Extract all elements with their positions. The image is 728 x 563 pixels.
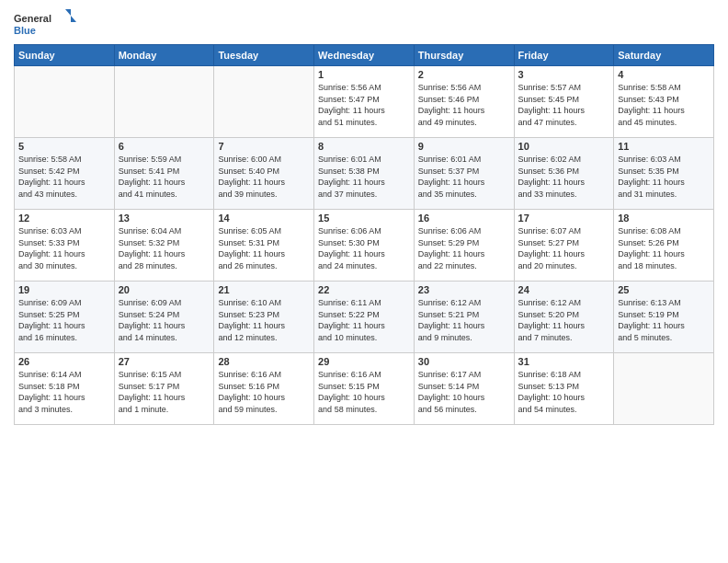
day-number: 27 xyxy=(119,356,210,367)
calendar-cell: 23Sunrise: 6:12 AM Sunset: 5:21 PM Dayli… xyxy=(414,282,514,353)
day-info: Sunrise: 5:56 AM Sunset: 5:47 PM Dayligh… xyxy=(318,82,410,128)
calendar-cell: 26Sunrise: 6:14 AM Sunset: 5:18 PM Dayli… xyxy=(15,353,115,425)
day-number: 9 xyxy=(418,141,510,152)
calendar-cell xyxy=(114,66,214,138)
calendar-cell: 10Sunrise: 6:02 AM Sunset: 5:36 PM Dayli… xyxy=(514,138,614,210)
day-number: 23 xyxy=(418,284,510,295)
calendar-week-row: 12Sunrise: 6:03 AM Sunset: 5:33 PM Dayli… xyxy=(15,210,714,282)
calendar-cell: 9Sunrise: 6:01 AM Sunset: 5:37 PM Daylig… xyxy=(414,138,514,210)
day-number: 21 xyxy=(218,284,310,295)
calendar-cell: 6Sunrise: 5:59 AM Sunset: 5:41 PM Daylig… xyxy=(114,138,214,210)
day-info: Sunrise: 6:09 AM Sunset: 5:24 PM Dayligh… xyxy=(119,297,210,343)
day-number: 2 xyxy=(418,69,510,80)
day-number: 10 xyxy=(518,141,610,152)
day-number: 26 xyxy=(18,356,110,367)
day-number: 5 xyxy=(18,141,110,152)
day-info: Sunrise: 6:08 AM Sunset: 5:26 PM Dayligh… xyxy=(618,225,710,271)
weekday-header-saturday: Saturday xyxy=(614,45,714,66)
day-number: 28 xyxy=(218,356,310,367)
day-number: 13 xyxy=(119,213,210,224)
calendar-week-row: 26Sunrise: 6:14 AM Sunset: 5:18 PM Dayli… xyxy=(15,353,714,425)
day-info: Sunrise: 5:57 AM Sunset: 5:45 PM Dayligh… xyxy=(518,82,610,128)
calendar-cell: 15Sunrise: 6:06 AM Sunset: 5:30 PM Dayli… xyxy=(314,210,415,282)
day-info: Sunrise: 6:16 AM Sunset: 5:16 PM Dayligh… xyxy=(218,369,310,415)
logo-icon: General Blue xyxy=(14,9,78,37)
day-number: 12 xyxy=(18,213,110,224)
weekday-header-thursday: Thursday xyxy=(414,45,514,66)
day-info: Sunrise: 6:15 AM Sunset: 5:17 PM Dayligh… xyxy=(119,369,210,415)
weekday-header-sunday: Sunday xyxy=(15,45,115,66)
day-info: Sunrise: 6:01 AM Sunset: 5:38 PM Dayligh… xyxy=(318,154,410,200)
calendar-cell: 11Sunrise: 6:03 AM Sunset: 5:35 PM Dayli… xyxy=(614,138,714,210)
calendar-cell: 1Sunrise: 5:56 AM Sunset: 5:47 PM Daylig… xyxy=(314,66,415,138)
day-info: Sunrise: 6:03 AM Sunset: 5:33 PM Dayligh… xyxy=(18,225,110,271)
day-info: Sunrise: 6:06 AM Sunset: 5:30 PM Dayligh… xyxy=(318,225,410,271)
day-number: 18 xyxy=(618,213,710,224)
calendar-cell: 22Sunrise: 6:11 AM Sunset: 5:22 PM Dayli… xyxy=(314,282,415,353)
calendar-cell: 17Sunrise: 6:07 AM Sunset: 5:27 PM Dayli… xyxy=(514,210,614,282)
calendar-cell: 4Sunrise: 5:58 AM Sunset: 5:43 PM Daylig… xyxy=(614,66,714,138)
day-info: Sunrise: 6:03 AM Sunset: 5:35 PM Dayligh… xyxy=(618,154,710,200)
calendar-table: SundayMondayTuesdayWednesdayThursdayFrid… xyxy=(14,44,714,425)
day-info: Sunrise: 6:05 AM Sunset: 5:31 PM Dayligh… xyxy=(218,225,310,271)
calendar-cell: 27Sunrise: 6:15 AM Sunset: 5:17 PM Dayli… xyxy=(114,353,214,425)
calendar-week-row: 19Sunrise: 6:09 AM Sunset: 5:25 PM Dayli… xyxy=(15,282,714,353)
day-number: 11 xyxy=(618,141,710,152)
day-info: Sunrise: 5:58 AM Sunset: 5:43 PM Dayligh… xyxy=(618,82,710,128)
day-info: Sunrise: 6:07 AM Sunset: 5:27 PM Dayligh… xyxy=(518,225,610,271)
day-number: 31 xyxy=(518,356,610,367)
day-number: 1 xyxy=(318,69,410,80)
day-info: Sunrise: 6:14 AM Sunset: 5:18 PM Dayligh… xyxy=(18,369,110,415)
day-number: 24 xyxy=(518,284,610,295)
calendar-cell: 25Sunrise: 6:13 AM Sunset: 5:19 PM Dayli… xyxy=(614,282,714,353)
weekday-header-tuesday: Tuesday xyxy=(214,45,314,66)
day-number: 25 xyxy=(618,284,710,295)
day-info: Sunrise: 6:00 AM Sunset: 5:40 PM Dayligh… xyxy=(218,154,310,200)
calendar-cell: 24Sunrise: 6:12 AM Sunset: 5:20 PM Dayli… xyxy=(514,282,614,353)
calendar-cell: 2Sunrise: 5:56 AM Sunset: 5:46 PM Daylig… xyxy=(414,66,514,138)
day-info: Sunrise: 6:16 AM Sunset: 5:15 PM Dayligh… xyxy=(318,369,410,415)
day-info: Sunrise: 6:12 AM Sunset: 5:20 PM Dayligh… xyxy=(518,297,610,343)
day-info: Sunrise: 6:02 AM Sunset: 5:36 PM Dayligh… xyxy=(518,154,610,200)
calendar-cell: 31Sunrise: 6:18 AM Sunset: 5:13 PM Dayli… xyxy=(514,353,614,425)
day-number: 22 xyxy=(318,284,410,295)
calendar-cell: 14Sunrise: 6:05 AM Sunset: 5:31 PM Dayli… xyxy=(214,210,314,282)
calendar-cell: 7Sunrise: 6:00 AM Sunset: 5:40 PM Daylig… xyxy=(214,138,314,210)
calendar-cell: 18Sunrise: 6:08 AM Sunset: 5:26 PM Dayli… xyxy=(614,210,714,282)
day-number: 4 xyxy=(618,69,710,80)
day-number: 16 xyxy=(418,213,510,224)
day-info: Sunrise: 6:18 AM Sunset: 5:13 PM Dayligh… xyxy=(518,369,610,415)
day-number: 7 xyxy=(218,141,310,152)
day-info: Sunrise: 6:11 AM Sunset: 5:22 PM Dayligh… xyxy=(318,297,410,343)
day-info: Sunrise: 5:56 AM Sunset: 5:46 PM Dayligh… xyxy=(418,82,510,128)
calendar-cell: 28Sunrise: 6:16 AM Sunset: 5:16 PM Dayli… xyxy=(214,353,314,425)
logo: General Blue xyxy=(14,9,78,37)
day-number: 14 xyxy=(218,213,310,224)
day-info: Sunrise: 6:09 AM Sunset: 5:25 PM Dayligh… xyxy=(18,297,110,343)
day-info: Sunrise: 5:59 AM Sunset: 5:41 PM Dayligh… xyxy=(119,154,210,200)
weekday-header-wednesday: Wednesday xyxy=(314,45,415,66)
day-info: Sunrise: 5:58 AM Sunset: 5:42 PM Dayligh… xyxy=(18,154,110,200)
day-info: Sunrise: 6:01 AM Sunset: 5:37 PM Dayligh… xyxy=(418,154,510,200)
day-number: 8 xyxy=(318,141,410,152)
svg-text:Blue: Blue xyxy=(14,25,36,36)
calendar-cell: 12Sunrise: 6:03 AM Sunset: 5:33 PM Dayli… xyxy=(15,210,115,282)
header: General Blue xyxy=(14,9,714,37)
day-number: 19 xyxy=(18,284,110,295)
weekday-header-row: SundayMondayTuesdayWednesdayThursdayFrid… xyxy=(15,45,714,66)
calendar-cell xyxy=(614,353,714,425)
day-info: Sunrise: 6:13 AM Sunset: 5:19 PM Dayligh… xyxy=(618,297,710,343)
calendar-cell: 20Sunrise: 6:09 AM Sunset: 5:24 PM Dayli… xyxy=(114,282,214,353)
calendar-week-row: 1Sunrise: 5:56 AM Sunset: 5:47 PM Daylig… xyxy=(15,66,714,138)
day-number: 30 xyxy=(418,356,510,367)
day-number: 17 xyxy=(518,213,610,224)
calendar-cell: 29Sunrise: 6:16 AM Sunset: 5:15 PM Dayli… xyxy=(314,353,415,425)
calendar-week-row: 5Sunrise: 5:58 AM Sunset: 5:42 PM Daylig… xyxy=(15,138,714,210)
calendar-cell: 5Sunrise: 5:58 AM Sunset: 5:42 PM Daylig… xyxy=(15,138,115,210)
calendar-cell: 30Sunrise: 6:17 AM Sunset: 5:14 PM Dayli… xyxy=(414,353,514,425)
day-number: 15 xyxy=(318,213,410,224)
calendar-cell: 8Sunrise: 6:01 AM Sunset: 5:38 PM Daylig… xyxy=(314,138,415,210)
svg-text:General: General xyxy=(14,13,51,24)
day-number: 3 xyxy=(518,69,610,80)
weekday-header-monday: Monday xyxy=(114,45,214,66)
